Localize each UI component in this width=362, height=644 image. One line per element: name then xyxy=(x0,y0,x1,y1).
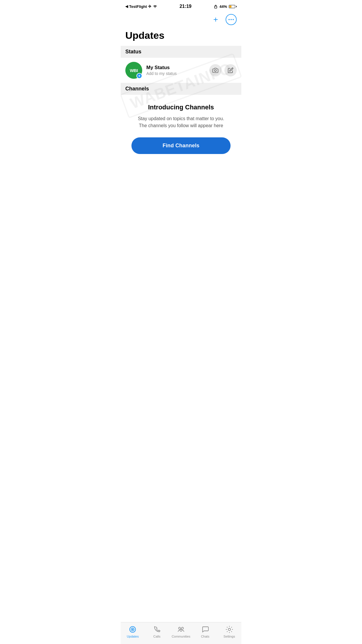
avatar-container: WBI + xyxy=(125,62,142,79)
camera-button[interactable] xyxy=(209,64,222,76)
status-actions xyxy=(209,64,237,76)
more-options-button[interactable] xyxy=(226,14,237,25)
wifi-icon xyxy=(153,5,157,8)
status-info: My Status Add to my status xyxy=(146,65,209,76)
avatar-text: WBI xyxy=(130,68,138,73)
page-title: Updates xyxy=(121,27,241,46)
plus-icon: + xyxy=(213,15,218,24)
status-name: My Status xyxy=(146,65,209,71)
battery-percentage: 44% xyxy=(219,4,227,9)
avatar-plus-icon: + xyxy=(136,73,142,79)
status-subtitle: Add to my status xyxy=(146,71,209,76)
status-section-header: Status xyxy=(121,46,241,58)
channels-intro-description: Stay updated on topics that matter to yo… xyxy=(138,115,224,129)
lock-icon xyxy=(214,4,218,8)
pencil-icon xyxy=(228,67,233,73)
svg-rect-0 xyxy=(215,6,217,8)
carrier-name: TestFlight xyxy=(129,4,147,9)
channels-section-header: Channels xyxy=(121,83,241,95)
status-bar: ◀ TestFlight ✈ 21:19 44% xyxy=(121,0,241,13)
channels-intro-title: Introducing Channels xyxy=(148,104,214,111)
top-action-bar: + xyxy=(121,13,241,27)
my-status-item[interactable]: WBI + My Status Add to my status xyxy=(121,58,241,83)
carrier-info: ◀ TestFlight ✈ xyxy=(125,4,157,9)
time-display: 21:19 xyxy=(180,4,191,9)
battery-indicator xyxy=(229,5,237,8)
add-button[interactable]: + xyxy=(210,14,221,25)
battery-info: 44% xyxy=(214,4,237,9)
more-dots-icon xyxy=(229,19,234,20)
camera-icon xyxy=(212,67,218,73)
channels-content: Introducing Channels Stay updated on top… xyxy=(121,95,241,160)
svg-point-1 xyxy=(215,70,217,72)
find-channels-button[interactable]: Find Channels xyxy=(131,137,231,154)
pencil-button[interactable] xyxy=(224,64,237,76)
